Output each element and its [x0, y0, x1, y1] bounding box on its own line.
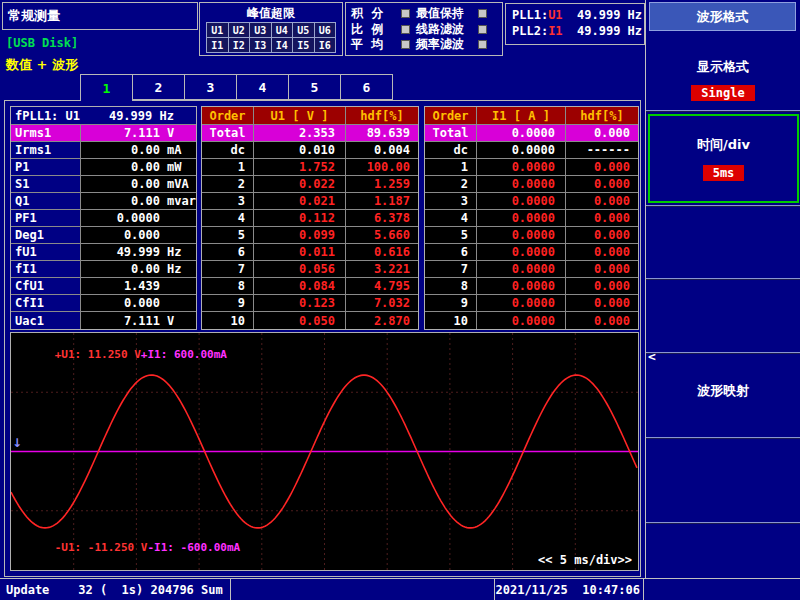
- harmonic-order: 5: [202, 227, 254, 243]
- harmonic-col-value: U1 [ V ]: [254, 107, 346, 124]
- tab-6[interactable]: 6: [340, 74, 393, 100]
- i1-scale-top: +I1: 600.00mA: [141, 348, 227, 361]
- measurement-row[interactable]: CfU11.439: [11, 278, 196, 295]
- zero-marker-icon: ↓: [12, 436, 22, 450]
- sidebar-divider: [646, 278, 800, 280]
- status-divider: [230, 579, 231, 600]
- harmonic-hdf: 3.221: [346, 261, 418, 277]
- measurement-label: fU1: [11, 244, 81, 260]
- tab-2[interactable]: 2: [132, 74, 185, 100]
- peak-cell-i3: I3: [250, 38, 271, 52]
- harmonic-order: 9: [425, 295, 477, 311]
- peak-cell-i5: I5: [293, 38, 314, 52]
- measurement-value: 0.00Hz: [81, 261, 196, 277]
- measurement-label: PF1: [11, 210, 81, 226]
- measurement-label: S1: [11, 176, 81, 192]
- measurement-row[interactable]: CfI10.000: [11, 295, 196, 312]
- power-analyzer-screen: 常规测量 [USB Disk] 数值 + 波形 峰值超限 U1U2U3U4U5U…: [0, 0, 800, 600]
- back-arrow-icon[interactable]: <: [648, 349, 656, 364]
- measurement-number: 0.00: [81, 194, 160, 208]
- measurement-number: 0.00: [81, 177, 160, 191]
- harmonic-row: 60.00000.000: [425, 244, 638, 261]
- measurement-row[interactable]: fU149.999Hz: [11, 244, 196, 261]
- harmonic-value: 0.0000: [477, 244, 566, 260]
- measurement-row[interactable]: PF10.0000: [11, 210, 196, 227]
- measurement-row[interactable]: Irms10.00mA: [11, 142, 196, 159]
- measurement-value: 0.00mW: [81, 159, 196, 175]
- harmonic-order: 7: [425, 261, 477, 277]
- u1-scale-bottom: -U1: -11.250 V: [55, 541, 148, 554]
- pll-label: PLL1:: [512, 8, 548, 22]
- tab-4[interactable]: 4: [236, 74, 289, 100]
- measurement-label: P1: [11, 159, 81, 175]
- tab-5[interactable]: 5: [288, 74, 341, 100]
- peak-cell-u5: U5: [293, 23, 314, 37]
- harmonic-row: dc0.0100.004: [202, 142, 418, 159]
- datetime-label: 2021/11/25 10:47:06: [496, 583, 641, 597]
- harmonic-order: 1: [202, 159, 254, 175]
- display-format-button[interactable]: 显示格式: [646, 58, 800, 76]
- update-status-text: Update 32 ( 1s) 204796 Sum: [6, 583, 223, 597]
- sidebar-divider: [646, 352, 800, 354]
- waveform-mapping-button[interactable]: 波形映射: [646, 382, 800, 400]
- time-div-button[interactable]: 时间/div: [650, 136, 797, 154]
- measurement-number: 0.000: [81, 228, 160, 242]
- measurement-label: Q1: [11, 193, 81, 209]
- harmonic-row: 20.0221.259: [202, 176, 418, 193]
- measurement-value: 7.111V: [81, 312, 196, 329]
- harmonic-value: 0.112: [254, 210, 346, 226]
- tab-1[interactable]: 1: [80, 74, 133, 101]
- harmonic-row: 90.1237.032: [202, 295, 418, 312]
- harmonic-order: 4: [202, 210, 254, 226]
- time-div-section-selected[interactable]: 时间/div 5ms: [648, 114, 799, 203]
- time-div-value-badge: 5ms: [703, 165, 745, 181]
- usb-disk-label: [USB Disk]: [6, 36, 78, 50]
- peak-cell-u1: U1: [207, 23, 228, 37]
- harmonic-row: 100.0502.870: [202, 312, 418, 329]
- view-mode-label: 数值 + 波形: [6, 56, 78, 74]
- harmonic-value: 0.0000: [477, 125, 566, 141]
- harmonic-row: Total2.35389.639: [202, 125, 418, 142]
- measurement-label: fI1: [11, 261, 81, 277]
- measurement-number: 0.000: [81, 296, 160, 310]
- harmonic-order: 2: [202, 176, 254, 192]
- harmonic-row: 20.00000.000: [425, 176, 638, 193]
- harmonic-value: 0.021: [254, 193, 346, 209]
- harmonic-value: 0.022: [254, 176, 346, 192]
- measurement-row[interactable]: P10.00mW: [11, 159, 196, 176]
- tab-3[interactable]: 3: [184, 74, 237, 100]
- measurement-unit: V: [160, 126, 196, 140]
- measurement-number: 49.999: [81, 245, 160, 259]
- harmonic-order: 2: [425, 176, 477, 192]
- peak-cell-u3: U3: [250, 23, 271, 37]
- measurement-row[interactable]: fI10.00Hz: [11, 261, 196, 278]
- harmonic-order: 5: [425, 227, 477, 243]
- harmonic-hdf: 0.004: [346, 142, 418, 158]
- measurement-row[interactable]: Uac17.111V: [11, 312, 196, 329]
- measurement-value: 0.00mA: [81, 142, 196, 158]
- measurement-row[interactable]: S10.00mVA: [11, 176, 196, 193]
- flag-indicator-square: [478, 9, 487, 18]
- harmonic-header-row: OrderU1 [ V ]hdf[%]: [202, 107, 418, 125]
- harmonic-value: 0.0000: [477, 278, 566, 294]
- harmonic-order: 8: [425, 278, 477, 294]
- harmonic-order: 8: [202, 278, 254, 294]
- harmonic-hdf: 0.000: [566, 176, 638, 192]
- harmonic-col-value: I1 [ A ]: [477, 107, 566, 124]
- flag-label: 平 均: [351, 36, 401, 53]
- harmonic-row: 90.00000.000: [425, 295, 638, 312]
- harmonic-hdf: ------: [566, 142, 638, 158]
- measurement-value: 7.111V: [81, 125, 196, 141]
- harmonic-order: dc: [202, 142, 254, 158]
- waveform-panel: +U1: 11.250 V+I1: 600.00mA -U1: -11.250 …: [10, 332, 639, 571]
- measurement-row[interactable]: Deg10.000: [11, 227, 196, 244]
- peak-indicator-grid: U1U2U3U4U5U6I1I2I3I4I5I6: [206, 22, 336, 53]
- harmonic-row: 100.00000.000: [425, 312, 638, 329]
- measurement-row[interactable]: Q10.00mvar: [11, 193, 196, 210]
- harmonic-row: 50.0995.660: [202, 227, 418, 244]
- harmonics-table-u1: OrderU1 [ V ]hdf[%]Total2.35389.639dc0.0…: [201, 106, 419, 330]
- harmonic-order: 3: [202, 193, 254, 209]
- harmonic-value: 0.0000: [477, 312, 566, 329]
- measurement-row[interactable]: Urms17.111V: [11, 125, 196, 142]
- status-bar: Update 32 ( 1s) 204796 Sum 2021/11/25 10…: [0, 578, 800, 600]
